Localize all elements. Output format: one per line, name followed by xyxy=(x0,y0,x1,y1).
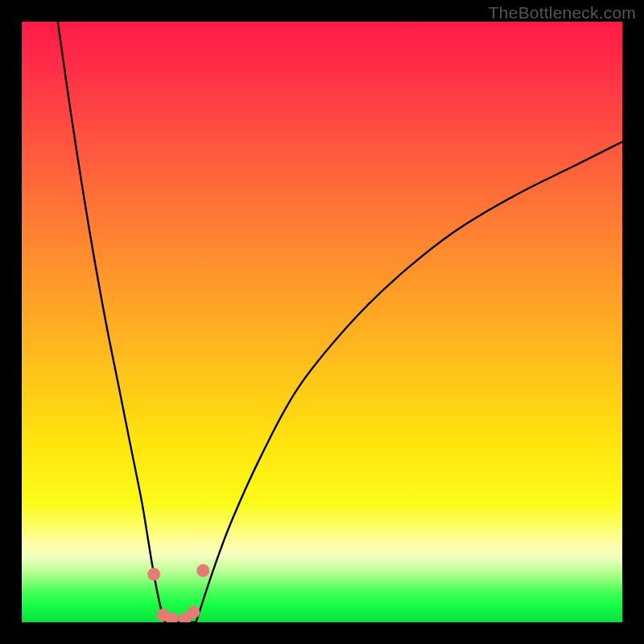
watermark-text: TheBottleneck.com xyxy=(489,3,636,23)
plot-area xyxy=(22,22,622,622)
valley-marker-0 xyxy=(147,568,160,580)
valley-marker-4 xyxy=(187,605,200,618)
chart-svg xyxy=(22,22,622,622)
chart-frame: TheBottleneck.com xyxy=(0,0,644,644)
left-branch-path xyxy=(58,22,165,622)
right-branch-path xyxy=(196,142,622,622)
valley-marker-5 xyxy=(196,564,209,577)
curve-group xyxy=(58,22,622,622)
